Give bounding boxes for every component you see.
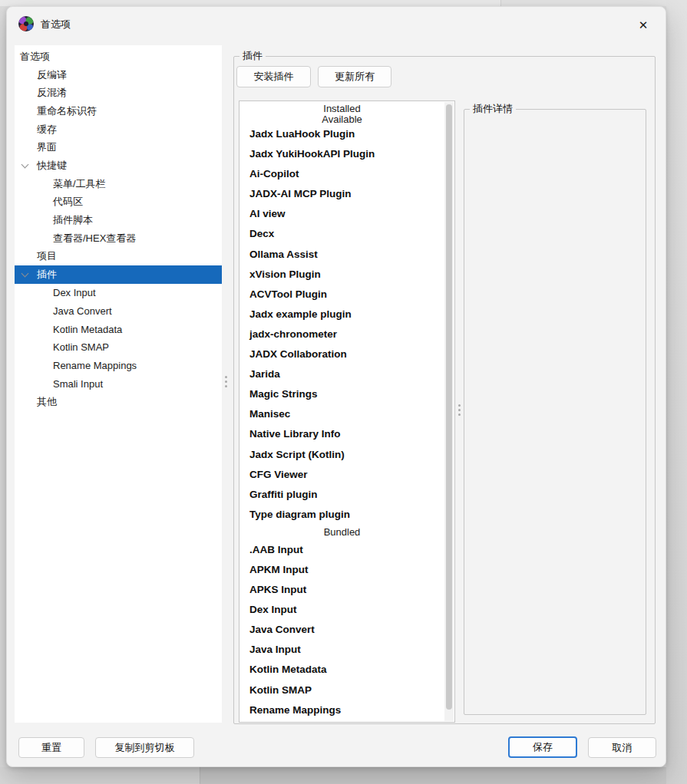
plugin-list-item[interactable]: jadx-chronometer [239,324,444,344]
tree-item-label: 首选项 [20,50,50,64]
tree-item-代码区[interactable]: 代码区 [15,193,222,212]
plugin-list-scrollbar[interactable] [444,102,454,721]
tree-item-label: Java Convert [53,305,112,317]
tree-item-菜单-工具栏[interactable]: 菜单/工具栏 [15,175,222,193]
tree-item-界面[interactable]: 界面 [15,138,222,156]
tree-item-label: 反编译 [37,68,67,82]
tree-item-smali-input[interactable]: Smali Input [15,374,222,393]
plugin-list-item[interactable]: Decx [239,224,444,244]
tree-item-label: 插件 [37,268,57,282]
plugin-list-item[interactable]: Ai-Copilot [239,164,444,184]
plugin-list-item[interactable]: Jadx example plugin [239,305,444,324]
plugin-list-item[interactable]: Magic Strings [239,384,444,404]
plugin-list-item[interactable]: xVision Plugin [239,265,444,285]
plugin-list-item[interactable]: Rename Mappings [239,700,444,720]
plugin-list-item[interactable]: Java Convert [239,620,444,640]
plugin-section-header: Available [239,114,444,125]
tree-item-label: Kotlin Metadata [53,324,122,335]
plugin-list-item[interactable]: Native Library Info [239,424,444,444]
plugin-list[interactable]: InstalledAvailableJadx LuaHook PluginJad… [239,100,455,723]
tree-item-项目[interactable]: 项目 [15,248,222,266]
tree-item-label: Smali Input [53,378,103,390]
window-title: 首选项 [41,18,71,31]
plugin-list-item[interactable]: Graffiti plugin [239,485,444,505]
plugin-list-item[interactable]: Manisec [239,404,444,424]
plugin-list-item[interactable]: Type diagram plugin [239,505,444,525]
preferences-dialog: 首选项 ✕ 首选项反编译反混淆重命名标识符缓存界面快捷键菜单/工具栏代码区插件脚… [6,6,666,767]
plugin-list-item[interactable]: Jadx LuaHook Plugin [239,124,444,144]
plugin-list-item[interactable]: Kotlin Metadata [239,660,444,680]
sidebar-splitter-handle[interactable] [225,376,227,387]
title-bar: 首选项 ✕ [7,7,666,42]
preferences-tree: 首选项反编译反混淆重命名标识符缓存界面快捷键菜单/工具栏代码区插件脚本查看器/H… [15,45,222,723]
tree-item-反混淆[interactable]: 反混淆 [15,84,222,102]
details-splitter-handle[interactable] [458,404,461,416]
update-all-button[interactable]: 更新所有 [318,66,391,87]
close-icon[interactable]: ✕ [633,15,653,35]
tree-item-label: Rename Mappings [53,360,137,371]
tree-item-label: 快捷键 [37,159,67,173]
tree-item-dex-input[interactable]: Dex Input [15,284,222,302]
tree-item-label: 项目 [37,249,57,263]
tree-item-label: 插件脚本 [53,213,93,227]
plugin-list-item[interactable]: Dex Input [239,600,444,620]
plugin-details-group: 插件详情 [464,109,646,715]
plugin-list-item[interactable]: Jadx Script (Kotlin) [239,445,444,465]
tree-item-查看器-hex查看器[interactable]: 查看器/HEX查看器 [15,229,222,248]
jadx-app-icon [18,15,35,32]
tree-item-反编译[interactable]: 反编译 [15,66,222,84]
plugin-list-item[interactable]: AI view [239,204,444,224]
plugin-list-item[interactable]: Jadx YukiHookAPI Plugin [239,144,444,164]
install-plugin-button[interactable]: 安装插件 [236,66,311,87]
plugin-details-title: 插件详情 [470,103,516,115]
tree-item-rename-mappings[interactable]: Rename Mappings [15,357,222,375]
tree-item-label: 代码区 [53,195,83,209]
tree-item-label: 反混淆 [37,86,67,100]
plugin-list-content: InstalledAvailableJadx LuaHook PluginJad… [239,101,444,722]
tree-item-重命名标识符[interactable]: 重命名标识符 [15,102,222,120]
tree-item-其他[interactable]: 其他 [15,393,222,411]
tree-item-label: 查看器/HEX查看器 [53,232,136,245]
tree-item-插件脚本[interactable]: 插件脚本 [15,211,222,229]
chevron-down-icon[interactable] [21,270,29,278]
background-top-strip [0,0,666,6]
tree-item-java-convert[interactable]: Java Convert [15,302,222,321]
tree-item-label: 界面 [37,140,57,154]
plugin-section-header: Installed [239,104,444,114]
plugin-list-item[interactable]: Jarida [239,364,444,384]
tree-item-缓存[interactable]: 缓存 [15,120,222,139]
plugin-list-item[interactable]: Java Input [239,640,444,660]
plugin-list-item[interactable]: CFG Viewer [239,465,444,485]
plugin-list-item[interactable]: APKM Input [239,560,444,580]
plugin-list-item[interactable]: JADX Collaboration [239,344,444,364]
tree-item-kotlin-smap[interactable]: Kotlin SMAP [15,338,222,357]
chevron-down-icon[interactable] [21,161,29,169]
plugin-list-item[interactable]: .AAB Input [239,540,444,560]
tree-item-插件[interactable]: 插件 [15,265,222,284]
reset-button[interactable]: 重置 [18,737,84,758]
tree-item-快捷键[interactable]: 快捷键 [15,156,222,175]
plugin-list-item[interactable]: JADX-AI MCP Plugin [239,184,444,204]
tree-item-label: 缓存 [37,123,57,137]
copy-to-clipboard-button[interactable]: 复制到剪切板 [95,737,194,758]
tree-item-label: 其他 [37,395,57,409]
tree-item-label: 菜单/工具栏 [53,177,106,191]
plugins-group-title: 插件 [239,50,266,62]
scrollbar-thumb[interactable] [446,104,452,710]
background-right-strip [666,0,687,784]
plugin-list-item[interactable]: Kotlin SMAP [239,680,444,700]
tree-item-label: Dex Input [53,287,96,298]
plugin-section-header: Bundled [239,525,444,540]
plugin-list-item[interactable]: Ollama Assist [239,245,444,265]
cancel-button[interactable]: 取消 [588,737,656,758]
plugin-list-item[interactable]: APKS Input [239,580,444,600]
background-bottom-strip [0,767,687,784]
tree-item-首选项[interactable]: 首选项 [15,48,222,66]
tree-item-kotlin-metadata[interactable]: Kotlin Metadata [15,320,222,338]
save-button[interactable]: 保存 [508,736,577,758]
tree-item-label: Kotlin SMAP [53,341,109,353]
tree-item-label: 重命名标识符 [37,104,97,118]
plugin-list-item[interactable]: ACVTool Plugin [239,285,444,305]
